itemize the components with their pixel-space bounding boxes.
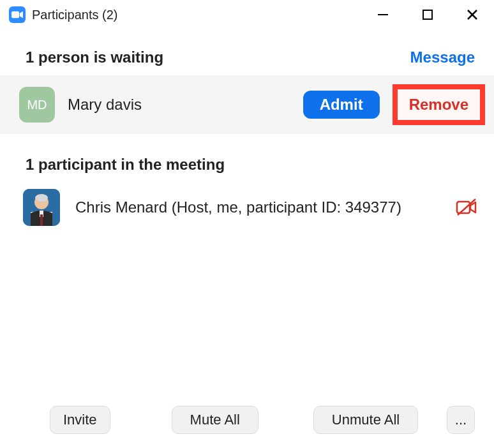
more-options-button[interactable]: ...: [447, 406, 475, 434]
waiting-participant-row: MD Mary davis Admit Remove: [0, 75, 494, 134]
invite-button[interactable]: Invite: [50, 406, 110, 434]
close-button[interactable]: [460, 5, 485, 24]
title-bar: Participants (2): [0, 0, 494, 29]
remove-button[interactable]: Remove: [404, 93, 474, 116]
svg-rect-12: [457, 202, 470, 213]
meeting-section-title: 1 participant in the meeting: [0, 134, 494, 183]
svg-rect-0: [11, 11, 19, 19]
avatar-initials: MD: [19, 87, 55, 123]
maximize-button[interactable]: [415, 5, 440, 24]
participant-name: Chris Menard (Host, me, participant ID: …: [75, 198, 440, 216]
zoom-camera-icon: [9, 6, 26, 23]
window-title: Participants (2): [32, 8, 370, 22]
svg-point-7: [35, 194, 48, 202]
avatar: [23, 189, 60, 226]
window-controls: [370, 5, 485, 24]
remove-highlight-box: Remove: [393, 84, 485, 125]
message-button[interactable]: Message: [410, 49, 475, 66]
mute-all-button[interactable]: Mute All: [172, 406, 258, 434]
svg-rect-11: [40, 214, 43, 226]
footer-toolbar: Invite Mute All Unmute All ...: [0, 394, 494, 448]
waiting-room-header: 1 person is waiting Message: [0, 29, 494, 75]
svg-rect-2: [423, 10, 432, 19]
admit-button[interactable]: Admit: [303, 91, 380, 119]
waiting-room-title: 1 person is waiting: [26, 49, 163, 66]
video-off-icon: [456, 197, 477, 218]
waiting-participant-name: Mary davis: [68, 96, 290, 114]
participant-row: Chris Menard (Host, me, participant ID: …: [0, 183, 494, 232]
minimize-button[interactable]: [370, 5, 396, 24]
unmute-all-button[interactable]: Unmute All: [313, 406, 418, 434]
